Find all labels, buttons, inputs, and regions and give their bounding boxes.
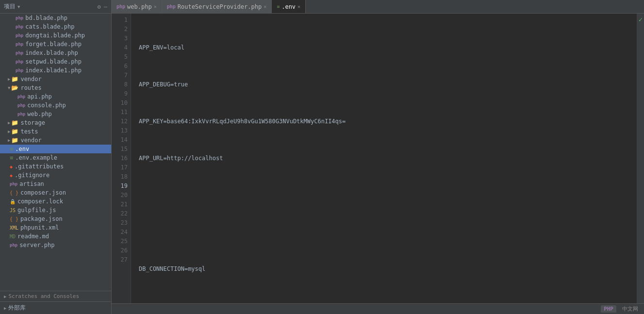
chinese-label: 中文网 xyxy=(622,305,638,313)
tree-item-phpunit-label: phpunit.xml xyxy=(20,224,59,231)
code-line-5 xyxy=(139,191,637,200)
collapse-icon-storage: ▶ xyxy=(8,120,10,125)
tree-item-setpwd[interactable]: php setpwd.blade.php xyxy=(0,57,111,66)
php-file-icon-server: php xyxy=(10,243,17,248)
tab-env[interactable]: ≡ .env ✕ xyxy=(272,0,306,13)
tree-item-composer-lock-label: composer.lock xyxy=(17,198,63,205)
tree-item-server[interactable]: php server.php xyxy=(0,241,111,249)
line-num-21: 21 xyxy=(112,200,128,209)
tab-route-provider[interactable]: php RouteServiceProvider.php ✕ xyxy=(162,0,272,13)
tree-item-web[interactable]: php web.php xyxy=(0,110,111,118)
php-file-icon-setpwd: php xyxy=(16,59,23,64)
project-title: 项目 xyxy=(4,2,16,11)
tree-item-api[interactable]: php api.php xyxy=(0,92,111,101)
line2-content: APP_DEBUG=true xyxy=(139,81,188,88)
folder-icon-tests: 📁 xyxy=(11,128,18,135)
line-num-22: 22 xyxy=(112,209,128,218)
line-num-18: 18 xyxy=(112,172,128,182)
external-section[interactable]: ▶ 外部库 xyxy=(0,301,111,314)
external-label: 外部库 xyxy=(8,304,26,312)
sidebar: php bd.blade.php php cats.blade.php php … xyxy=(0,14,112,314)
tab-env-close[interactable]: ✕ xyxy=(297,4,300,9)
collapse-icon-vendor2: ▶ xyxy=(8,138,10,143)
tree-item-web-label: web.php xyxy=(27,111,52,117)
tree-item-env[interactable]: ≡ .env xyxy=(0,145,111,153)
tab-web-php-close[interactable]: ✕ xyxy=(154,4,157,9)
tab-web-php[interactable]: php web.php ✕ xyxy=(112,0,162,13)
validation-checkmark: ✓ xyxy=(639,16,643,23)
tree-item-composer-json[interactable]: { } composer.json xyxy=(0,188,111,197)
tree-item-cats[interactable]: php cats.blade.php xyxy=(0,22,111,31)
line-num-24: 24 xyxy=(112,228,128,237)
settings-icon[interactable]: ⚙ xyxy=(98,3,101,10)
line-num-17: 17 xyxy=(112,163,128,172)
tree-item-routes[interactable]: ▼ 📂 routes xyxy=(0,83,111,92)
tree-item-index1[interactable]: php index.blade1.php xyxy=(0,66,111,75)
tree-item-env-label: .env xyxy=(15,146,29,152)
tree-item-vendor2[interactable]: ▶ 📁 vendor xyxy=(0,136,111,145)
tree-item-composer-json-label: composer.json xyxy=(20,189,66,196)
php-file-icon-api: php xyxy=(17,94,25,99)
scratches-label: Scratches and Consoles xyxy=(8,293,79,299)
tab-env-label: .env xyxy=(281,3,296,10)
tree-item-storage-label: storage xyxy=(20,119,45,126)
tree-item-readme[interactable]: MD readme.md xyxy=(0,232,111,241)
php-file-icon-forget: php xyxy=(16,42,23,47)
tree-item-phpunit[interactable]: XML phpunit.xml xyxy=(0,223,111,232)
tree-item-gulpfile[interactable]: JS gulpfile.js xyxy=(0,206,111,215)
line-num-26: 26 xyxy=(112,246,128,255)
scratches-arrow: ▶ xyxy=(4,294,6,299)
tree-item-composer-lock[interactable]: 🔒 composer.lock xyxy=(0,197,111,206)
tab-bar: php web.php ✕ php RouteServiceProvider.p… xyxy=(112,0,644,13)
code-line-6 xyxy=(139,228,637,237)
env-example-file-icon: ≡ xyxy=(10,154,13,161)
tab-route-label: RouteServiceProvider.php xyxy=(178,3,262,10)
line-num-27: 27 xyxy=(112,255,128,264)
tree-item-vendor1[interactable]: ▶ 📁 vendor xyxy=(0,75,111,83)
external-arrow: ▶ xyxy=(4,306,6,311)
xml-file-icon: XML xyxy=(10,225,18,231)
tree-item-cats-label: cats.blade.php xyxy=(25,23,74,30)
line-num-15: 15 xyxy=(112,145,128,154)
tree-item-gitignore[interactable]: ◆ .gitignore xyxy=(0,171,111,180)
php-file-icon-console: php xyxy=(17,103,25,108)
tree-item-dongtai[interactable]: php dongtai.blade.php xyxy=(0,31,111,40)
tab-route-close[interactable]: ✕ xyxy=(264,4,266,9)
line-num-14: 14 xyxy=(112,135,128,145)
minimize-icon[interactable]: — xyxy=(104,3,107,10)
tree-item-env-example-label: .env.example xyxy=(15,154,57,161)
tree-item-bd[interactable]: php bd.blade.php xyxy=(0,14,111,22)
tree-item-dongtai-label: dongtai.blade.php xyxy=(25,32,85,39)
tree-item-forget[interactable]: php forget.blade.php xyxy=(0,40,111,49)
tree-item-tests[interactable]: ▶ 📁 tests xyxy=(0,127,111,136)
tree-item-vendor1-label: vendor xyxy=(20,76,41,83)
php-file-icon-artisan: php xyxy=(10,182,17,186)
line-num-6: 6 xyxy=(112,62,128,71)
tree-item-artisan[interactable]: php artisan xyxy=(0,180,111,188)
tree-item-artisan-label: artisan xyxy=(19,181,44,187)
folder-icon-storage: 📁 xyxy=(11,119,18,126)
tree-item-storage[interactable]: ▶ 📁 storage xyxy=(0,118,111,127)
project-header: 项目 ▼ ⚙ — xyxy=(0,0,112,13)
status-bar: PHP 中文网 xyxy=(112,303,644,314)
tree-item-gitignore-label: .gitignore xyxy=(15,172,50,179)
code-line-1: APP_ENV=local xyxy=(139,43,637,52)
git-file-icon-attr: ◆ xyxy=(10,164,13,169)
line-num-4: 4 xyxy=(112,43,128,52)
tree-item-console[interactable]: php console.php xyxy=(0,101,111,110)
tree-item-index[interactable]: php index.blade.php xyxy=(0,49,111,57)
code-line-2: APP_DEBUG=true xyxy=(139,80,637,89)
code-editor[interactable]: APP_ENV=local APP_DEBUG=true APP_KEY=bas… xyxy=(131,14,637,303)
line-num-9: 9 xyxy=(112,89,128,99)
tree-item-forget-label: forget.blade.php xyxy=(25,41,82,48)
code-line-7: DB_CONNECTION=mysql xyxy=(139,264,637,274)
php-file-icon-dongtai: php xyxy=(16,33,23,38)
tree-item-env-example[interactable]: ≡ .env.example xyxy=(0,153,111,162)
scratches-section[interactable]: ▶ Scratches and Consoles xyxy=(0,291,111,301)
tree-item-gitattributes[interactable]: ◆ .gitattributes xyxy=(0,162,111,171)
project-label[interactable]: 项目 ▼ xyxy=(4,2,20,11)
tree-item-package-json[interactable]: { } package.json xyxy=(0,215,111,223)
git-file-icon-ignore: ◆ xyxy=(10,173,13,178)
tree-item-vendor2-label: vendor xyxy=(20,137,41,144)
line-num-16: 16 xyxy=(112,154,128,163)
